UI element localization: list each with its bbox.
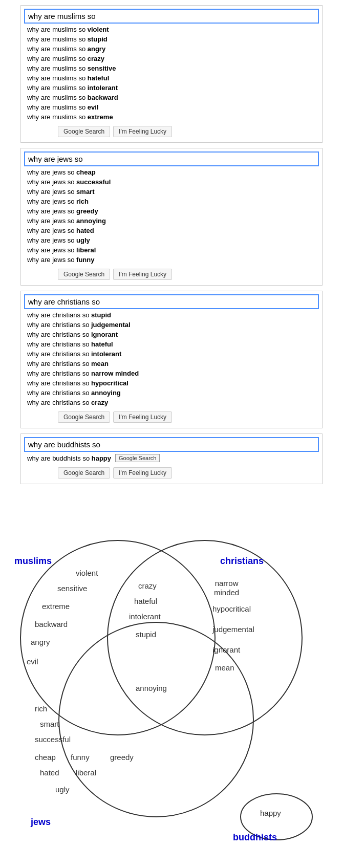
google-search-btn-muslims[interactable]: Google Search	[58, 126, 110, 137]
word-crazy: crazy	[138, 581, 157, 590]
suggestion-item-christians-1[interactable]: why are christians so judgemental	[24, 320, 319, 330]
word-violent: violent	[76, 569, 98, 577]
word-hypocritical: hypocritical	[212, 604, 251, 613]
suggestion-item-muslims-3[interactable]: why are muslims so crazy	[24, 54, 319, 63]
word-angry: angry	[31, 638, 50, 646]
word-cheap: cheap	[35, 753, 56, 762]
search-buttons-christians: Google SearchI'm Feeling Lucky	[24, 407, 319, 425]
suggestion-item-christians-2[interactable]: why are christians so ignorant	[24, 330, 319, 339]
search-block-muslims: why are muslims sowhy are muslims so vio…	[20, 5, 323, 143]
venn-label-muslims: muslims	[14, 556, 52, 567]
word-ugly: ugly	[55, 785, 70, 794]
suggestion-item-muslims-2[interactable]: why are muslims so angry	[24, 44, 319, 54]
google-search-btn-jews[interactable]: Google Search	[58, 269, 110, 280]
suggestion-item-jews-0[interactable]: why are jews so cheap	[24, 167, 319, 177]
suggestion-item-jews-5[interactable]: why are jews so annoying	[24, 216, 319, 226]
suggestion-item-jews-7[interactable]: why are jews so ugly	[24, 235, 319, 245]
word-successful: successful	[35, 735, 71, 744]
suggestion-item-muslims-1[interactable]: why are muslims so stupid	[24, 34, 319, 44]
word-evil: evil	[27, 657, 38, 666]
suggestion-item-christians-6[interactable]: why are christians so narrow minded	[24, 368, 319, 378]
suggestion-item-jews-1[interactable]: why are jews so successful	[24, 177, 319, 187]
word-intolerant: intolerant	[129, 612, 161, 621]
word-hated: hated	[40, 768, 59, 777]
search-query-muslims[interactable]: why are muslims so	[24, 9, 319, 24]
google-search-btn-buddhists[interactable]: Google Search	[58, 467, 110, 479]
word-mean: mean	[215, 663, 234, 672]
search-block-buddhists: why are buddhists sowhy are buddhists so…	[20, 433, 323, 484]
venn-label-buddhists: buddhists	[233, 832, 277, 843]
search-buttons-muslims: Google SearchI'm Feeling Lucky	[24, 122, 319, 139]
suggestion-item-christians-4[interactable]: why are christians so intolerant	[24, 349, 319, 359]
suggestion-item-muslims-8[interactable]: why are muslims so evil	[24, 102, 319, 112]
word-rich: rich	[35, 704, 47, 713]
suggestion-item-jews-9[interactable]: why are jews so funny	[24, 255, 319, 265]
suggestion-item-christians-5[interactable]: why are christians so mean	[24, 359, 319, 368]
word-stupid: stupid	[136, 630, 156, 639]
venn-diagram: muslims christians jews buddhists violen…	[0, 500, 343, 858]
suggestion-item-jews-3[interactable]: why are jews so rich	[24, 197, 319, 206]
suggestion-item-muslims-6[interactable]: why are muslims so intolerant	[24, 83, 319, 93]
suggestion-item-muslims-5[interactable]: why are muslims so hateful	[24, 73, 319, 83]
suggestion-item-jews-6[interactable]: why are jews so hated	[24, 226, 319, 235]
suggestion-item-muslims-0[interactable]: why are muslims so violent	[24, 25, 319, 34]
search-buttons-buddhists: Google SearchI'm Feeling Lucky	[24, 463, 319, 481]
suggestion-item-jews-2[interactable]: why are jews so smart	[24, 187, 319, 197]
word-backward: backward	[35, 620, 68, 628]
venn-label-christians: christians	[220, 556, 264, 567]
word-greedy: greedy	[110, 753, 134, 762]
suggestion-item-muslims-7[interactable]: why are muslims so backward	[24, 93, 319, 102]
venn-label-jews: jews	[31, 817, 51, 828]
im-feeling-lucky-btn-buddhists[interactable]: I'm Feeling Lucky	[113, 467, 172, 479]
word-funny: funny	[71, 753, 90, 762]
search-block-jews: why are jews sowhy are jews so cheapwhy …	[20, 148, 323, 286]
search-buttons-jews: Google SearchI'm Feeling Lucky	[24, 265, 319, 282]
suggestion-buddhists-happy: why are buddhists so happyGoogle Search	[24, 453, 319, 463]
im-feeling-lucky-btn-christians[interactable]: I'm Feeling Lucky	[113, 411, 172, 423]
im-feeling-lucky-btn-jews[interactable]: I'm Feeling Lucky	[113, 269, 172, 280]
word-liberal: liberal	[76, 768, 96, 777]
suggestion-item-christians-7[interactable]: why are christians so hypocritical	[24, 378, 319, 388]
word-hateful: hateful	[134, 597, 157, 605]
suggestion-item-christians-9[interactable]: why are christians so crazy	[24, 398, 319, 407]
search-query-buddhists[interactable]: why are buddhists so	[24, 437, 319, 452]
google-search-btn-christians[interactable]: Google Search	[58, 411, 110, 423]
suggestion-item-christians-0[interactable]: why are christians so stupid	[24, 310, 319, 320]
search-block-christians: why are christians sowhy are christians …	[20, 291, 323, 428]
word-judgemental: judgemental	[212, 625, 254, 634]
word-extreme: extreme	[42, 602, 70, 611]
word-sensitive: sensitive	[57, 584, 87, 593]
suggestion-item-jews-4[interactable]: why are jews so greedy	[24, 206, 319, 216]
search-query-christians[interactable]: why are christians so	[24, 294, 319, 309]
word-ignorant: ignorant	[212, 645, 240, 654]
word-narrow-minded: narrowminded	[214, 579, 239, 597]
suggestion-item-muslims-4[interactable]: why are muslims so sensitive	[24, 63, 319, 73]
suggestion-item-muslims-9[interactable]: why are muslims so extreme	[24, 112, 319, 122]
word-happy: happy	[260, 809, 281, 817]
suggestion-item-christians-8[interactable]: why are christians so annoying	[24, 388, 319, 398]
suggestion-item-jews-8[interactable]: why are jews so liberal	[24, 245, 319, 255]
word-smart: smart	[40, 720, 59, 728]
im-feeling-lucky-btn-muslims[interactable]: I'm Feeling Lucky	[113, 126, 172, 137]
word-annoying: annoying	[136, 684, 167, 692]
search-query-jews[interactable]: why are jews so	[24, 151, 319, 166]
inline-google-search-btn[interactable]: Google Search	[115, 454, 160, 462]
suggestion-item-christians-3[interactable]: why are christians so hateful	[24, 339, 319, 349]
